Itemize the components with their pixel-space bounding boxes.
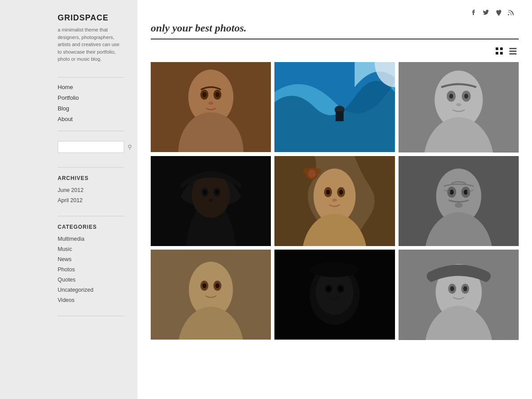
nav-list: Home Portfolio Blog About	[58, 83, 124, 123]
list-icon	[509, 49, 517, 56]
site-title: GRIDSPACE	[58, 13, 124, 23]
photo-item-2[interactable]	[274, 62, 395, 153]
photo-item-4[interactable]	[151, 156, 271, 246]
svg-rect-30	[399, 62, 519, 153]
svg-rect-51	[274, 156, 395, 246]
nav-link-about[interactable]: About	[58, 116, 73, 122]
search-container: ⚲	[58, 141, 124, 153]
nav-item-about[interactable]: About	[58, 115, 124, 123]
svg-rect-16	[151, 62, 271, 152]
category-link-music[interactable]: Music	[58, 246, 72, 252]
rss-link[interactable]	[507, 9, 514, 18]
photo-item-6[interactable]	[399, 156, 519, 246]
site-logo: GRIDSPACE	[58, 13, 124, 23]
archive-link-june[interactable]: June 2012	[58, 187, 83, 193]
category-item-quotes[interactable]: Quotes	[58, 275, 124, 283]
nav-item-home[interactable]: Home	[58, 83, 124, 91]
twitter-link[interactable]	[482, 9, 489, 18]
svg-rect-2	[500, 47, 503, 50]
svg-rect-3	[496, 52, 498, 55]
categories-list: Multimedia Music News Photos Quotes Unca…	[58, 235, 124, 306]
bottom-divider	[58, 316, 124, 316]
photo-image-1	[151, 62, 271, 152]
svg-point-0	[508, 14, 509, 16]
category-item-news[interactable]: News	[58, 255, 124, 263]
photo-image-6	[399, 156, 519, 246]
photo-item-7[interactable]	[151, 250, 271, 340]
category-link-multimedia[interactable]: Multimedia	[58, 236, 84, 242]
nav-link-portfolio[interactable]: Portfolio	[58, 94, 79, 101]
photo-grid	[151, 62, 519, 340]
category-link-news[interactable]: News	[58, 256, 71, 262]
category-item-multimedia[interactable]: Multimedia	[58, 235, 124, 243]
archive-link-april[interactable]: April 2012	[58, 197, 82, 203]
photo-image-9	[399, 250, 519, 340]
search-divider	[58, 131, 124, 131]
page-tagline: only your best photos.	[151, 22, 519, 34]
svg-rect-87	[399, 250, 519, 340]
twitter-icon	[482, 10, 489, 17]
nav-divider	[58, 77, 124, 78]
photo-image-2	[274, 62, 395, 152]
nav-link-blog[interactable]: Blog	[58, 105, 69, 112]
photo-item-3[interactable]	[399, 62, 519, 153]
main-content: only your best photos.	[137, 0, 532, 399]
main-nav: Home Portfolio Blog About	[58, 83, 124, 125]
grid-view-button[interactable]	[493, 46, 505, 58]
svg-rect-5	[509, 48, 516, 49]
category-item-uncategorized[interactable]: Uncategorized	[58, 286, 124, 293]
archives-divider	[58, 167, 124, 168]
svg-rect-79	[274, 250, 395, 340]
facebook-icon	[470, 10, 477, 17]
svg-rect-4	[500, 52, 503, 55]
vimeo-icon	[495, 10, 502, 17]
category-item-videos[interactable]: Videos	[58, 296, 124, 304]
archives-list: June 2012 April 2012	[58, 186, 124, 206]
category-link-quotes[interactable]: Quotes	[58, 277, 75, 283]
category-link-photos[interactable]: Photos	[58, 266, 75, 273]
photo-image-5	[274, 156, 395, 246]
photo-item-1[interactable]	[151, 62, 271, 153]
main-divider	[151, 39, 519, 39]
categories-divider	[58, 216, 124, 216]
nav-link-home[interactable]: Home	[58, 84, 73, 90]
site-tagline: a minimalist theme that designers, photo…	[58, 26, 124, 63]
rss-icon	[507, 10, 514, 17]
vimeo-link[interactable]	[495, 9, 502, 18]
archives-title: ARCHIVES	[58, 175, 124, 181]
photo-item-8[interactable]	[274, 250, 395, 340]
social-bar	[151, 9, 519, 18]
photo-item-9[interactable]	[399, 250, 519, 340]
categories-title: CATEGORIES	[58, 224, 124, 230]
nav-item-portfolio[interactable]: Portfolio	[58, 94, 124, 102]
svg-rect-62	[399, 156, 519, 246]
nav-item-blog[interactable]: Blog	[58, 104, 124, 112]
category-item-photos[interactable]: Photos	[58, 265, 124, 273]
svg-rect-7	[509, 53, 516, 55]
svg-rect-70	[151, 250, 271, 340]
category-item-music[interactable]: Music	[58, 245, 124, 253]
photo-image-4	[151, 156, 271, 246]
category-link-uncategorized[interactable]: Uncategorized	[58, 287, 94, 293]
photo-image-3	[399, 62, 519, 153]
sidebar: GRIDSPACE a minimalist theme that design…	[0, 0, 137, 399]
list-view-button[interactable]	[507, 46, 519, 58]
svg-rect-21	[274, 62, 395, 152]
category-link-videos[interactable]: Videos	[58, 297, 74, 303]
search-input[interactable]	[60, 144, 127, 150]
photo-item-5[interactable]	[274, 156, 395, 246]
view-toggle	[151, 46, 519, 58]
svg-rect-6	[509, 51, 516, 52]
grid-icon	[495, 49, 503, 56]
facebook-link[interactable]	[470, 9, 477, 18]
photo-image-7	[151, 250, 271, 340]
photo-image-8	[274, 250, 395, 340]
svg-rect-1	[496, 47, 498, 50]
archive-item-june[interactable]: June 2012	[58, 186, 124, 194]
search-button[interactable]: ⚲	[127, 143, 133, 151]
search-icon: ⚲	[128, 144, 132, 150]
svg-rect-38	[151, 156, 271, 246]
archive-item-april[interactable]: April 2012	[58, 196, 124, 204]
